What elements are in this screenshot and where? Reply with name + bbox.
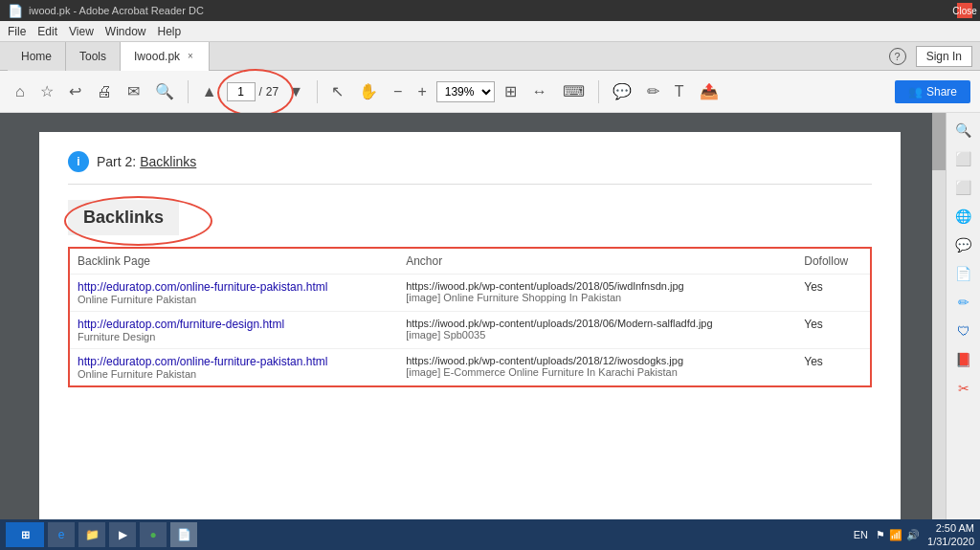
table-row: http://eduratop.com/online-furniture-pak… xyxy=(70,349,870,386)
sidebar-zoom-icon[interactable]: 🔍 xyxy=(950,117,977,143)
menu-help[interactable]: Help xyxy=(158,25,182,38)
anchor-cell-3: https://iwood.pk/wp-content/uploads/2018… xyxy=(398,349,796,386)
col-dofollow: Dofollow xyxy=(796,249,870,275)
taskbar-chrome-button[interactable]: ● xyxy=(140,522,167,547)
sidebar-chat-icon[interactable]: 💬 xyxy=(950,231,977,258)
sidebar-translate-icon[interactable]: 🌐 xyxy=(950,203,977,230)
keyboard-button[interactable]: ⌨ xyxy=(557,78,590,104)
anchor-url-1: https://iwood.pk/wp-content/uploads/2018… xyxy=(406,280,789,292)
page-navigation: / 27 xyxy=(227,82,279,101)
search-button[interactable]: 🔍 xyxy=(149,78,180,104)
taskbar-acrobat-button[interactable]: 📄 xyxy=(170,522,197,547)
taskbar-media-button[interactable]: ▶ xyxy=(109,522,136,547)
backlinks-table-wrapper: Backlink Page Anchor Dofollow http://edu… xyxy=(68,247,872,387)
taskbar-right: EN ⚑ 📶 🔊 2:50 AM 1/31/2020 xyxy=(854,521,974,549)
taskbar-network-icon: 📶 xyxy=(889,529,902,541)
start-button[interactable]: ⊞ xyxy=(6,522,44,547)
page-total: 27 xyxy=(266,85,278,99)
sidebar-export-icon[interactable]: 📄 xyxy=(950,260,977,287)
tab-iwood-label: Iwood.pk xyxy=(134,50,180,63)
main-layout: ◀ i Part 2: Backlinks Backlinks xyxy=(0,113,980,542)
fit-page-button[interactable]: ⊞ xyxy=(499,78,523,104)
taskbar-ie-button[interactable]: e xyxy=(48,522,75,547)
taskbar-flag-icon: ⚑ xyxy=(876,529,885,541)
export-button[interactable]: 📤 xyxy=(694,78,724,104)
tab-iwood[interactable]: Iwood.pk × xyxy=(121,42,210,71)
menu-edit[interactable]: Edit xyxy=(37,25,57,38)
taskbar-volume-icon: 🔊 xyxy=(906,529,920,541)
tab-home[interactable]: Home xyxy=(8,42,66,71)
right-sidebar: 🔍 ⬜ ⬜ 🌐 💬 📄 ✏ 🛡 📕 ✂ ↔ xyxy=(946,113,980,542)
help-icon-button[interactable]: ? xyxy=(889,48,906,65)
anchor-sub-3: [image] E-Commerce Online Furniture In K… xyxy=(406,366,789,378)
close-button[interactable]: Close xyxy=(957,3,972,18)
tab-home-label: Home xyxy=(21,50,52,63)
taskbar-folder-button[interactable]: 📁 xyxy=(78,522,105,547)
sidebar-pdf-icon[interactable]: ⬜ xyxy=(950,145,977,172)
sidebar-pencil-icon[interactable]: ✏ xyxy=(950,289,977,316)
anchor-sub-2: [image] Spb0035 xyxy=(406,329,789,341)
backlink-page-cell-1: http://eduratop.com/online-furniture-pak… xyxy=(70,275,398,312)
comment-button[interactable]: 💬 xyxy=(607,78,637,104)
pdf-viewer: i Part 2: Backlinks Backlinks xyxy=(0,113,932,542)
page-nav-wrapper: / 27 xyxy=(227,82,279,101)
part-title: Part 2: Backlinks xyxy=(97,154,196,169)
menu-window[interactable]: Window xyxy=(105,25,146,38)
page-number-input[interactable] xyxy=(227,82,256,101)
separator-2 xyxy=(317,80,318,103)
menu-file[interactable]: File xyxy=(8,25,26,38)
bookmark-button[interactable]: ☆ xyxy=(34,78,59,104)
attach-button[interactable]: ↩ xyxy=(63,78,87,104)
share-icon: 👥 xyxy=(908,85,923,99)
col-anchor: Anchor xyxy=(398,249,796,275)
backlink-page-cell-3: http://eduratop.com/online-furniture-pak… xyxy=(70,349,398,386)
share-label: Share xyxy=(926,85,957,99)
backlink-url-3[interactable]: http://eduratop.com/online-furniture-pak… xyxy=(78,355,327,368)
dofollow-cell-2: Yes xyxy=(796,312,870,349)
home-toolbar-button[interactable]: ⌂ xyxy=(10,79,31,104)
tab-tools[interactable]: Tools xyxy=(66,42,121,71)
menu-view[interactable]: View xyxy=(69,25,94,38)
zoom-in-button[interactable]: + xyxy=(412,79,432,104)
sidebar-shield-icon[interactable]: 🛡 xyxy=(950,318,977,344)
tab-bar: Home Tools Iwood.pk × ? Sign In xyxy=(0,42,980,71)
title-bar: 📄 iwood.pk - Adobe Acrobat Reader DC Clo… xyxy=(0,0,980,21)
sidebar-pdf3-icon[interactable]: 📕 xyxy=(950,346,977,373)
cursor-tool-button[interactable]: ↖ xyxy=(325,78,349,104)
sign-in-button[interactable]: Sign In xyxy=(916,46,972,67)
part-header: i Part 2: Backlinks xyxy=(68,151,872,185)
sidebar-eraser-icon[interactable]: ✂ xyxy=(950,375,977,402)
table-header: Backlink Page Anchor Dofollow xyxy=(70,249,870,275)
share-button[interactable]: 👥 Share xyxy=(895,80,970,103)
scrollbar-thumb[interactable] xyxy=(932,113,946,170)
zoom-out-button[interactable]: − xyxy=(388,79,408,104)
backlink-url-2[interactable]: http://eduratop.com/furniture-design.htm… xyxy=(78,318,284,331)
help-label: ? xyxy=(895,51,901,62)
backlink-url-1[interactable]: http://eduratop.com/online-furniture-pak… xyxy=(78,280,327,294)
app-icon: 📄 xyxy=(8,4,23,18)
pen-button[interactable]: ✏ xyxy=(641,78,665,104)
highlight-button[interactable]: T xyxy=(669,79,690,104)
next-page-button[interactable]: ▼ xyxy=(282,79,309,104)
hand-tool-button[interactable]: ✋ xyxy=(353,78,384,104)
anchor-cell-2: https://iwood.pk/wp-content/uploads/2018… xyxy=(398,312,796,349)
taskbar-date-display: 1/31/2020 xyxy=(927,535,974,548)
email-button[interactable]: ✉ xyxy=(122,78,145,104)
tab-close-button[interactable]: × xyxy=(186,51,195,61)
zoom-select[interactable]: 139% 100% 150% xyxy=(436,81,495,102)
print-button[interactable]: 🖨 xyxy=(91,79,118,104)
anchor-cell-1: https://iwood.pk/wp-content/uploads/2018… xyxy=(398,275,796,312)
backlinks-section: Backlinks Backlink Page Anchor Dofollow xyxy=(68,200,872,387)
table-row: http://eduratop.com/furniture-design.htm… xyxy=(70,312,870,349)
backlink-sub-1: Online Furniture Pakistan xyxy=(78,294,390,305)
sidebar-pdf2-icon[interactable]: ⬜ xyxy=(950,174,977,201)
pdf-page: i Part 2: Backlinks Backlinks xyxy=(39,132,901,542)
taskbar-time-display: 2:50 AM xyxy=(927,521,974,535)
backlinks-heading: Backlinks xyxy=(68,200,179,235)
table-row: http://eduratop.com/online-furniture-pak… xyxy=(70,275,870,312)
fit-width-button[interactable]: ↔ xyxy=(526,79,553,104)
prev-page-button[interactable]: ▲ xyxy=(196,79,223,104)
taskbar-clock: 2:50 AM 1/31/2020 xyxy=(927,521,974,549)
scrollbar[interactable] xyxy=(932,113,946,542)
separator-3 xyxy=(598,80,599,103)
